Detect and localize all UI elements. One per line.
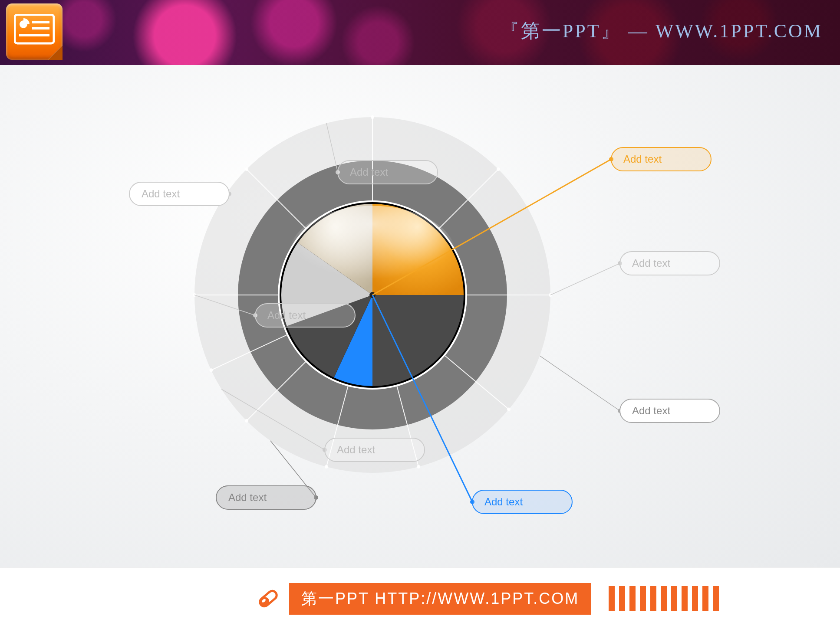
page-root: 『第一PPT』 — WWW.1PPT.COM bbox=[0, 0, 840, 629]
label-text: Add text bbox=[623, 153, 662, 165]
svg-rect-3 bbox=[32, 27, 49, 29]
slide-canvas: Add textAdd textAdd textAdd textAdd text… bbox=[0, 65, 840, 568]
pill-icon bbox=[256, 586, 280, 611]
svg-rect-4 bbox=[19, 34, 49, 36]
radial-diagram: Add textAdd textAdd textAdd textAdd text… bbox=[95, 91, 746, 525]
callout-label[interactable]: Add text bbox=[540, 356, 720, 423]
svg-line-35 bbox=[540, 356, 620, 411]
label-text: Add text bbox=[350, 166, 388, 178]
label-text: Add text bbox=[632, 405, 670, 416]
banner-text: 『第一PPT』 — WWW.1PPT.COM bbox=[500, 18, 823, 44]
svg-point-21 bbox=[209, 368, 213, 372]
footer-bar: 第一PPT HTTP://WWW.1PPT.COM bbox=[0, 567, 840, 629]
svg-rect-2 bbox=[32, 21, 49, 23]
callout-label[interactable]: Add text bbox=[550, 252, 720, 295]
svg-point-17 bbox=[245, 167, 248, 171]
svg-line-33 bbox=[550, 263, 620, 295]
label-text: Add text bbox=[632, 257, 670, 269]
footer-stripes bbox=[609, 586, 719, 611]
svg-point-15 bbox=[371, 115, 374, 119]
label-text: Add text bbox=[337, 444, 375, 455]
footer-text: 第一PPT HTTP://WWW.1PPT.COM bbox=[289, 583, 591, 615]
svg-point-25 bbox=[324, 465, 328, 468]
svg-point-23 bbox=[245, 419, 248, 423]
callout-label[interactable]: Add text bbox=[129, 182, 231, 206]
header-banner: 『第一PPT』 — WWW.1PPT.COM bbox=[0, 0, 840, 65]
svg-point-13 bbox=[496, 167, 500, 171]
powerpoint-icon bbox=[6, 3, 63, 60]
svg-point-29 bbox=[507, 408, 511, 411]
svg-point-27 bbox=[417, 465, 420, 468]
label-text: Add text bbox=[484, 496, 523, 508]
label-text: Add text bbox=[267, 309, 306, 321]
label-text: Add text bbox=[142, 188, 180, 200]
label-text: Add text bbox=[228, 491, 267, 503]
